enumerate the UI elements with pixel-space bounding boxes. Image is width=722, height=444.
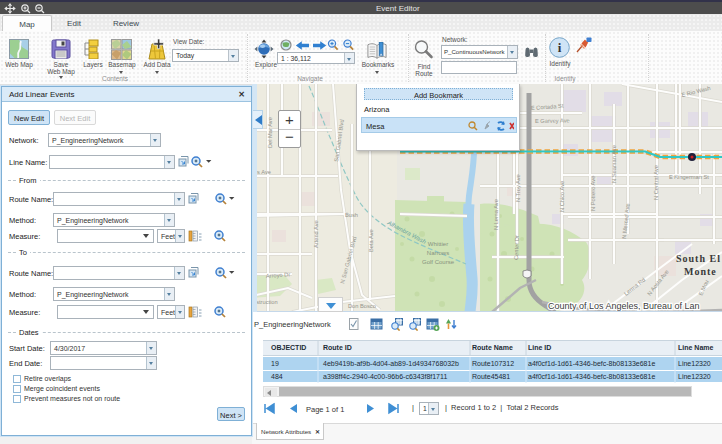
svg-text:Golf Course: Golf Course [422,259,455,265]
svg-text:N Troy Ave: N Troy Ave [515,174,521,202]
svg-text:E Kingerman St: E Kingerman St [669,174,709,180]
svg-text:i: i [558,40,562,55]
svg-text:Narrows: Narrows [427,250,449,256]
svg-text:N Chico Ave: N Chico Ave [559,181,565,212]
svg-text:N Potrero Ave: N Potrero Ave [590,176,596,211]
svg-text:Don Bosco: Don Bosco [348,303,376,309]
svg-text:Beta Ave: Beta Ave [368,229,374,252]
svg-text:Artend Ave: Artend Ave [313,220,319,248]
svg-text:N Central Ave: N Central Ave [653,165,659,200]
svg-text:N Lema Ave: N Lema Ave [493,199,499,230]
svg-text:N Seaman Ave: N Seaman Ave [611,145,617,183]
svg-text:South El: South El [676,253,721,264]
svg-text:Bush: Bush [345,212,358,218]
svg-text:Page 1 of 1: Page 1 of 1 [306,405,344,414]
svg-text:Whittier: Whittier [428,241,448,247]
svg-text:Monte: Monte [684,266,717,277]
svg-text:Center Dr: Center Dr [513,235,520,260]
svg-text:Del Mar Ave: Del Mar Ave [267,117,273,148]
svg-text:County of Los Angeles, Bureau: County of Los Angeles, Bureau of Lan [548,301,700,311]
svg-text:E Garvey Ave: E Garvey Ave [535,117,570,124]
